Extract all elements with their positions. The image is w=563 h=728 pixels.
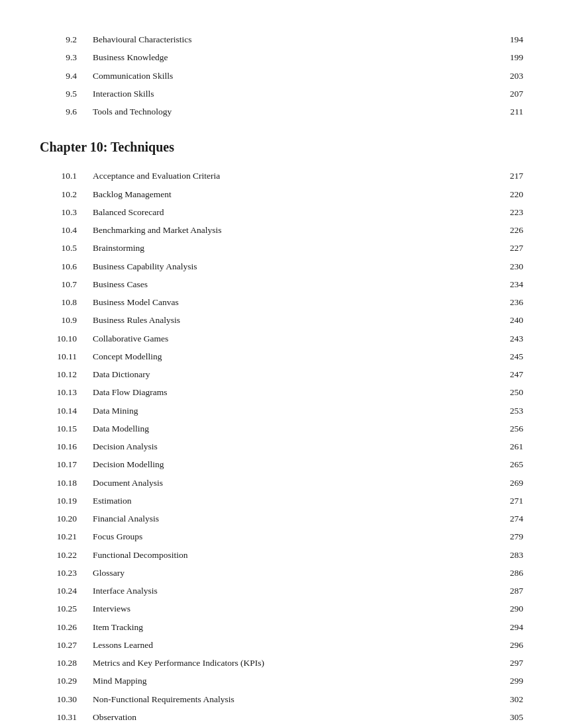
entry-page: 286 xyxy=(510,567,523,580)
entry-page: 279 xyxy=(510,530,523,543)
entry-number: 10.31 xyxy=(40,711,93,724)
entry-number: 9.6 xyxy=(40,105,93,118)
page-content: 9.2 Behavioural Characteristics 194 9.3 … xyxy=(0,0,563,728)
entry-title: Backlog Management xyxy=(93,188,505,201)
table-row: 10.15 Data Modelling 256 xyxy=(40,422,523,435)
entry-number: 9.5 xyxy=(40,87,93,101)
entry-title: Business Knowledge xyxy=(93,51,505,64)
table-row: 10.4 Benchmarking and Market Analysis 22… xyxy=(40,224,523,237)
table-row: 10.28 Metrics and Key Performance Indica… xyxy=(40,657,523,670)
entry-title: Glossary xyxy=(93,567,505,580)
entry-title: Focus Groups xyxy=(93,530,505,543)
entry-number: 10.17 xyxy=(40,458,93,471)
entry-title: Functional Decomposition xyxy=(93,549,505,562)
entry-title: Data Dictionary xyxy=(93,368,505,381)
entry-number: 10.25 xyxy=(40,602,93,615)
entry-number: 10.22 xyxy=(40,549,93,562)
entry-page: 305 xyxy=(510,711,523,724)
entry-title: Collaborative Games xyxy=(93,332,505,345)
section-9: 9.2 Behavioural Characteristics 194 9.3 … xyxy=(40,33,523,118)
entry-page: 247 xyxy=(510,368,523,381)
table-row: 10.25 Interviews 290 xyxy=(40,602,523,615)
entry-number: 9.3 xyxy=(40,51,93,64)
entry-page: 245 xyxy=(510,350,523,363)
entry-title: Balanced Scorecard xyxy=(93,206,505,219)
table-row: 9.4 Communication Skills 203 xyxy=(40,69,523,83)
table-row: 10.14 Data Mining 253 xyxy=(40,404,523,418)
entry-number: 10.26 xyxy=(40,621,93,634)
entry-title: Data Mining xyxy=(93,404,505,418)
entry-title: Decision Modelling xyxy=(93,458,505,471)
entry-page: 236 xyxy=(510,296,523,309)
entry-page: 302 xyxy=(510,693,523,706)
entry-number: 10.29 xyxy=(40,674,93,688)
entry-title: Behavioural Characteristics xyxy=(93,33,505,46)
entry-page: 220 xyxy=(510,188,523,201)
entry-number: 10.28 xyxy=(40,657,93,670)
entry-title: Data Modelling xyxy=(93,422,505,435)
table-row: 10.26 Item Tracking 294 xyxy=(40,621,523,634)
entry-number: 10.2 xyxy=(40,188,93,201)
entry-number: 10.27 xyxy=(40,639,93,652)
entry-page: 253 xyxy=(510,404,523,418)
entry-title: Item Tracking xyxy=(93,621,505,634)
entry-page: 240 xyxy=(510,314,523,327)
chapter-10-entries: 10.1 Acceptance and Evaluation Criteria … xyxy=(40,169,523,728)
entry-page: 243 xyxy=(510,332,523,345)
entry-page: 194 xyxy=(510,33,523,46)
entry-number: 10.12 xyxy=(40,368,93,381)
entry-title: Business Model Canvas xyxy=(93,296,505,309)
table-row: 10.27 Lessons Learned 296 xyxy=(40,639,523,652)
table-row: 9.3 Business Knowledge 199 xyxy=(40,51,523,64)
table-row: 10.5 Brainstorming 227 xyxy=(40,242,523,255)
entry-title: Benchmarking and Market Analysis xyxy=(93,224,505,237)
entry-number: 10.9 xyxy=(40,314,93,327)
entry-page: 283 xyxy=(510,549,523,562)
table-row: 10.29 Mind Mapping 299 xyxy=(40,674,523,688)
table-row: 10.18 Document Analysis 269 xyxy=(40,477,523,490)
entry-page: 265 xyxy=(510,458,523,471)
entry-number: 9.4 xyxy=(40,69,93,83)
entry-number: 10.20 xyxy=(40,512,93,525)
entry-title: Business Cases xyxy=(93,278,505,291)
entry-number: 10.14 xyxy=(40,404,93,418)
entry-title: Interviews xyxy=(93,602,505,615)
table-row: 9.5 Interaction Skills 207 xyxy=(40,87,523,101)
entry-page: 269 xyxy=(510,477,523,490)
entry-title: Non-Functional Requirements Analysis xyxy=(93,693,505,706)
entry-page: 287 xyxy=(510,584,523,598)
table-row: 10.9 Business Rules Analysis 240 xyxy=(40,314,523,327)
entry-page: 256 xyxy=(510,422,523,435)
table-row: 10.19 Estimation 271 xyxy=(40,494,523,508)
entry-number: 10.11 xyxy=(40,350,93,363)
entry-title: Brainstorming xyxy=(93,242,505,255)
table-row: 10.13 Data Flow Diagrams 250 xyxy=(40,386,523,399)
entry-title: Business Rules Analysis xyxy=(93,314,505,327)
entry-number: 10.21 xyxy=(40,530,93,543)
entry-number: 10.16 xyxy=(40,440,93,453)
entry-title: Financial Analysis xyxy=(93,512,505,525)
entry-page: 217 xyxy=(510,169,523,183)
entry-title: Lessons Learned xyxy=(93,639,505,652)
entry-number: 10.18 xyxy=(40,477,93,490)
table-row: 10.17 Decision Modelling 265 xyxy=(40,458,523,471)
entry-page: 230 xyxy=(510,260,523,273)
entry-page: 227 xyxy=(510,242,523,255)
entry-page: 271 xyxy=(510,494,523,508)
entry-title: Observation xyxy=(93,711,505,724)
table-row: 10.11 Concept Modelling 245 xyxy=(40,350,523,363)
entry-title: Document Analysis xyxy=(93,477,505,490)
entry-number: 10.13 xyxy=(40,386,93,399)
table-row: 10.24 Interface Analysis 287 xyxy=(40,584,523,598)
entry-title: Interaction Skills xyxy=(93,87,505,101)
table-row: 9.2 Behavioural Characteristics 194 xyxy=(40,33,523,46)
entry-title: Communication Skills xyxy=(93,69,505,83)
entry-number: 10.8 xyxy=(40,296,93,309)
entry-title: Estimation xyxy=(93,494,505,508)
table-row: 9.6 Tools and Technology 211 xyxy=(40,105,523,118)
entry-number: 10.1 xyxy=(40,169,93,183)
chapter-10-heading: Chapter 10: Techniques xyxy=(40,140,523,155)
table-row: 10.23 Glossary 286 xyxy=(40,567,523,580)
entry-page: 296 xyxy=(510,639,523,652)
entry-title: Acceptance and Evaluation Criteria xyxy=(93,169,505,183)
